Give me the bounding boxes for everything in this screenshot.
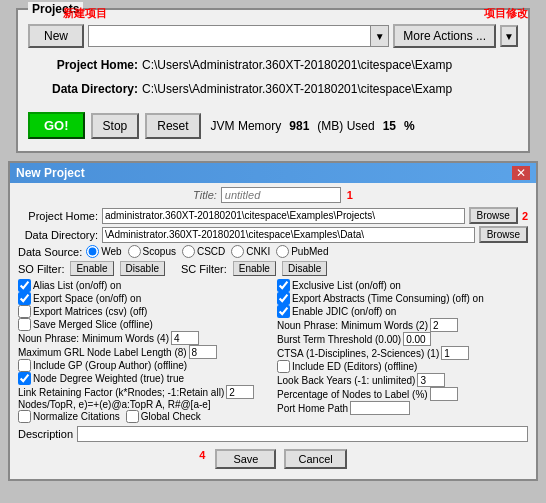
radio-pubmed-input[interactable] xyxy=(276,245,289,258)
left-options-col: Alias List (on/off) on Export Space (on/… xyxy=(18,279,269,423)
radio-web-input[interactable] xyxy=(86,245,99,258)
node-degree-checkbox[interactable] xyxy=(18,372,31,385)
radio-cscd-input[interactable] xyxy=(182,245,195,258)
new-button[interactable]: New xyxy=(28,24,84,48)
opt-max-grl: Maximum GRL Node Label Length (8) xyxy=(18,345,269,359)
radio-cnki[interactable]: CNKI xyxy=(231,245,270,258)
save-merged-checkbox[interactable] xyxy=(18,318,31,331)
dialog-title: New Project xyxy=(16,166,85,180)
opt-noun-phrase-min: Noun Phrase: Minimum Words (4) xyxy=(18,331,269,345)
jvm-percent-value: 15 xyxy=(383,119,396,133)
link-retaining-input[interactable] xyxy=(226,385,254,399)
data-source-radio-group: Web Scopus CSCD CNKI PubMed xyxy=(86,245,328,258)
opt-include-gp: Include GP (Group Author) (offline) xyxy=(18,359,269,372)
radio-cscd[interactable]: CSCD xyxy=(182,245,225,258)
data-directory-label: Data Directory: xyxy=(28,82,138,96)
dialog-body: Title: 1 Project Home: Browse 2 Data Dir… xyxy=(10,183,536,479)
projects-row: New ▼ More Actions ... ▼ xyxy=(28,24,518,48)
dropdown-arrow-icon[interactable]: ▼ xyxy=(370,26,388,46)
title-field-label: Title: xyxy=(193,189,217,201)
opt-node-degree: Node Degree Weighted (true) true xyxy=(18,372,269,385)
dialog-project-home-label: Project Home: xyxy=(18,210,98,222)
export-matrices-checkbox[interactable] xyxy=(18,305,31,318)
projects-legend: Projects xyxy=(28,2,83,16)
project-home-row: Project Home: C:\Users\Administrator.360… xyxy=(28,58,518,72)
dialog-project-home-input[interactable] xyxy=(102,208,465,224)
opt-burst-term: Burst Term Threshold (0.00) xyxy=(277,332,528,346)
opt-export-abstracts: Export Abstracts (Time Consuming) (off) … xyxy=(277,292,528,305)
jvm-label: JVM Memory xyxy=(211,119,282,133)
opt-nodes-topr: Nodes/TopR, e)=+(e)@a:TopR A, R#@[a-e] xyxy=(18,399,269,410)
exclusive-list-checkbox[interactable] xyxy=(277,279,290,292)
opt-pct-nodes: Percentage of Nodes to Label (%) xyxy=(277,387,528,401)
more-actions-arrow-icon[interactable]: ▼ xyxy=(500,25,518,47)
project-home-browse-button[interactable]: Browse xyxy=(469,207,518,224)
dialog-project-home-row: Project Home: Browse 2 xyxy=(18,207,528,224)
include-gp-checkbox[interactable] xyxy=(18,359,31,372)
alias-list-checkbox[interactable] xyxy=(18,279,31,292)
radio-pubmed[interactable]: PubMed xyxy=(276,245,328,258)
opt-enable-jdic: Enable JDIC (on/off) on xyxy=(277,305,528,318)
step4-annotation: 4 xyxy=(199,449,205,469)
port-home-input[interactable] xyxy=(350,401,410,415)
title-row: Title: 1 xyxy=(18,187,528,203)
include-ed-checkbox[interactable] xyxy=(277,360,290,373)
global-check-checkbox[interactable] xyxy=(126,410,139,423)
opt-link-retaining: Link Retaining Factor (k*Rnodes; -1:Reta… xyxy=(18,385,269,399)
radio-cnki-input[interactable] xyxy=(231,245,244,258)
dialog-titlebar: New Project ✕ xyxy=(10,163,536,183)
data-directory-row: Data Directory: C:\Users\Administrator.3… xyxy=(28,82,518,96)
so-disable-button[interactable]: Disable xyxy=(120,261,165,276)
so-enable-button[interactable]: Enable xyxy=(70,261,113,276)
description-row: Description xyxy=(18,426,528,442)
right-options-col: Exclusive List (on/off) on Export Abstra… xyxy=(277,279,528,423)
ctsa-input[interactable] xyxy=(441,346,469,360)
normalize-citations-checkbox[interactable] xyxy=(18,410,31,423)
description-input[interactable] xyxy=(77,426,528,442)
opt-include-ed: Include ED (Editors) (offline) xyxy=(277,360,528,373)
opt-exclusive-list: Exclusive List (on/off) on xyxy=(277,279,528,292)
opt-normalize: Normalize Citations Global Check xyxy=(18,410,269,423)
cancel-button[interactable]: Cancel xyxy=(284,449,346,469)
opt-alias-list: Alias List (on/off) on xyxy=(18,279,269,292)
data-source-row: Data Source: Web Scopus CSCD CNKI PubMed xyxy=(18,245,528,258)
sc-filter-label: SC Filter: xyxy=(181,263,227,275)
pct-nodes-input[interactable] xyxy=(430,387,458,401)
data-source-label: Data Source: xyxy=(18,246,82,258)
radio-scopus-input[interactable] xyxy=(128,245,141,258)
burst-term-input[interactable] xyxy=(403,332,431,346)
opt-save-merged: Save Merged Slice (offline) xyxy=(18,318,269,331)
title-field-input[interactable] xyxy=(221,187,341,203)
export-space-checkbox[interactable] xyxy=(18,292,31,305)
step2-annotation: 2 xyxy=(522,210,528,222)
jvm-percent-sign: % xyxy=(404,119,415,133)
sc-enable-button[interactable]: Enable xyxy=(233,261,276,276)
radio-web[interactable]: Web xyxy=(86,245,121,258)
more-actions-button[interactable]: More Actions ... xyxy=(393,24,496,48)
stop-button[interactable]: Stop xyxy=(91,113,140,139)
data-directory-browse-button[interactable]: Browse xyxy=(479,226,528,243)
export-abstracts-checkbox[interactable] xyxy=(277,292,290,305)
dialog-footer: 4 Save Cancel xyxy=(18,446,528,473)
reset-button[interactable]: Reset xyxy=(145,113,200,139)
new-project-dialog: New Project ✕ Title: 1 Project Home: Bro… xyxy=(8,161,538,481)
project-dropdown-input[interactable] xyxy=(89,26,370,46)
jvm-memory-value: 981 xyxy=(289,119,309,133)
project-dropdown-wrap: ▼ xyxy=(88,25,389,47)
go-button[interactable]: GO! xyxy=(28,112,85,139)
max-grl-input[interactable] xyxy=(189,345,217,359)
radio-scopus[interactable]: Scopus xyxy=(128,245,176,258)
noun-phrase-min2-input[interactable] xyxy=(430,318,458,332)
enable-jdic-checkbox[interactable] xyxy=(277,305,290,318)
bottom-row: GO! Stop Reset JVM Memory 981 (MB) Used … xyxy=(28,112,518,139)
project-home-label: Project Home: xyxy=(28,58,138,72)
noun-phrase-min-input[interactable] xyxy=(171,331,199,345)
step1-annotation: 1 xyxy=(347,189,353,201)
so-filter-label: SO Filter: xyxy=(18,263,64,275)
dialog-data-directory-input[interactable] xyxy=(102,227,475,243)
opt-export-matrices: Export Matrices (csv) (off) xyxy=(18,305,269,318)
sc-disable-button[interactable]: Disable xyxy=(282,261,327,276)
dialog-close-button[interactable]: ✕ xyxy=(512,166,530,180)
save-button[interactable]: Save xyxy=(215,449,276,469)
look-back-input[interactable] xyxy=(417,373,445,387)
